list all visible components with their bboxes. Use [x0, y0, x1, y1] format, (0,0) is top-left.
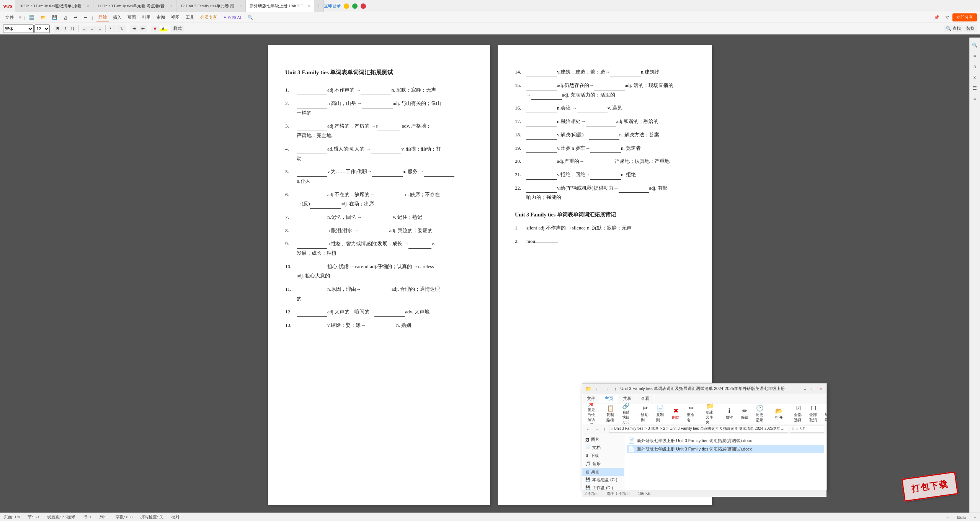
font-family-select[interactable]: 宋体: [3, 25, 34, 33]
fe-forward-btn[interactable]: →: [603, 386, 611, 392]
fe-history-btn[interactable]: 🕐 历史记录: [753, 403, 767, 424]
fe-addr-forward-btn[interactable]: →: [593, 426, 601, 432]
tab-4-close[interactable]: ×: [308, 4, 310, 8]
fe-sidebar-downloads[interactable]: ⬇ 下载: [582, 452, 624, 460]
replace-btn[interactable]: 替换: [964, 25, 977, 32]
indent-btn[interactable]: ⇥: [130, 25, 138, 32]
fe-minimize-btn[interactable]: –: [802, 386, 808, 392]
tab-references[interactable]: 引用: [140, 14, 153, 21]
right-sidebar-icon-1[interactable]: 🔍: [971, 41, 979, 49]
minimize-button[interactable]: [344, 3, 349, 9]
right-sidebar-icon-6[interactable]: ≡: [971, 95, 979, 103]
stamp-label[interactable]: 打包下载: [902, 471, 959, 501]
fe-search-input[interactable]: [790, 426, 824, 433]
pin-icon[interactable]: 📌: [932, 14, 942, 21]
file-item-2[interactable]: 📄 新外研版七年级上册 Unit 3 Family ties 词汇拓展(普测试)…: [627, 445, 824, 453]
tab-insert[interactable]: 插入: [111, 14, 124, 21]
new-tab-btn[interactable]: +: [314, 0, 324, 12]
tab-view[interactable]: 视图: [169, 14, 182, 21]
numbered-list-btn[interactable]: ⒈: [117, 25, 126, 32]
right-sidebar-icon-5[interactable]: ☰: [971, 84, 979, 92]
fe-tab-view[interactable]: 查看: [636, 395, 654, 403]
fe-maximize-btn[interactable]: □: [810, 386, 816, 392]
tab-review[interactable]: 审阅: [154, 14, 167, 21]
underline-btn[interactable]: U: [69, 26, 77, 32]
fe-tab-home[interactable]: 主页: [600, 395, 618, 403]
font-size-select[interactable]: 12: [34, 25, 50, 33]
bullet-list-btn[interactable]: ≔: [108, 25, 116, 32]
sep6: [169, 25, 169, 32]
fe-move-btn[interactable]: ✂ 移动到: [638, 403, 652, 424]
fe-tab-share[interactable]: 共享: [618, 395, 636, 403]
toolbar-redo[interactable]: ↪: [81, 14, 89, 21]
statusbar-zoom-out[interactable]: –: [947, 515, 949, 519]
fe-address-input[interactable]: « Unit 3 Family ties > 3-试卷 > 2 > Unit 3…: [609, 426, 789, 433]
fe-delete-btn[interactable]: ✖ 删除: [669, 406, 683, 421]
fe-sidebar-c-drive[interactable]: 💾 本地磁盘 (C:): [582, 476, 624, 484]
right-sidebar-icon-4[interactable]: Z: [971, 74, 979, 81]
fe-invertsel-btn[interactable]: ↔ 反向选择: [822, 403, 826, 424]
fe-paste-shortcut-btn[interactable]: 🔗 粘贴快捷方式: [619, 403, 633, 424]
bold-btn[interactable]: B: [54, 26, 62, 32]
tab-1[interactable]: 10.Unit 3 Family ties速记清单(原卷... ×: [15, 0, 93, 12]
search-icon[interactable]: 🔍: [245, 14, 255, 21]
fe-sidebar-music[interactable]: 🎵 音乐: [582, 460, 624, 468]
tab-3[interactable]: 12.Unit 3 Family ties单元卷·滚... ×: [176, 0, 246, 12]
share-button[interactable]: 立即分享: [952, 13, 977, 21]
statusbar-zoom-in[interactable]: +: [974, 515, 976, 519]
toolbar-new[interactable]: 🆕: [27, 14, 37, 21]
fe-deselectall-btn[interactable]: ☐ 全部取消: [807, 403, 820, 424]
fe-up-btn[interactable]: ↑: [613, 386, 618, 392]
fe-open-btn[interactable]: 📂 打开: [772, 406, 786, 421]
fe-newfolder-btn[interactable]: 📁 新建文件夹: [703, 403, 717, 424]
highlight-btn[interactable]: A: [160, 26, 167, 32]
collapse-icon[interactable]: ▽: [943, 14, 951, 21]
styles-btn[interactable]: 样式: [171, 25, 184, 32]
fe-sidebar-pictures[interactable]: 🖼 图片: [582, 436, 624, 444]
fe-properties-btn[interactable]: ℹ 属性: [722, 406, 736, 421]
right-sidebar-icon-2[interactable]: ≡: [971, 52, 979, 60]
toolbar-save[interactable]: 💾: [50, 14, 60, 21]
toolbar-print[interactable]: 🖨: [61, 15, 70, 21]
tab-vip[interactable]: 会员专享: [198, 14, 219, 21]
tab-home[interactable]: 开始: [96, 13, 109, 21]
outdent-btn[interactable]: ⇤: [139, 25, 147, 32]
align-right-btn[interactable]: ≡: [96, 26, 103, 32]
toolbar-undo[interactable]: ↩: [72, 14, 80, 21]
toolbar-open[interactable]: 📂: [38, 14, 48, 21]
fe-back-btn[interactable]: ←: [594, 386, 601, 392]
fe-selectall-btn[interactable]: ☑ 全部选择: [791, 403, 805, 424]
fe-close-btn[interactable]: ×: [818, 386, 823, 392]
align-left-btn[interactable]: ≡: [81, 26, 88, 32]
fe-copy-path-btn[interactable]: 📋 复制路径: [604, 403, 617, 424]
fe-copy-btn[interactable]: 📄 复制到: [653, 403, 667, 424]
fe-addr-up-btn[interactable]: ↑: [602, 426, 608, 432]
fe-sidebar-d-drive[interactable]: 💾 工作盘 (D:): [582, 484, 624, 490]
tab-2-close[interactable]: ×: [170, 4, 173, 8]
tab-4[interactable]: 新外研版七年级上册 Unit 3 F... ×: [246, 0, 314, 12]
tab-page[interactable]: 页面: [125, 14, 138, 21]
fe-sidebar-desktop[interactable]: 🖥 桌面: [582, 468, 624, 476]
fe-pin-btn[interactable]: 📌 固定到快速访问: [585, 403, 598, 424]
maximize-button[interactable]: [352, 3, 358, 9]
close-button[interactable]: [361, 3, 366, 9]
fe-edit-btn[interactable]: ✏ 编辑: [738, 406, 751, 421]
wps-ai-btn[interactable]: ✦ WPS AI: [221, 14, 244, 21]
tab-1-close[interactable]: ×: [87, 4, 89, 8]
login-button[interactable]: 立即登录: [324, 3, 341, 9]
find-btn[interactable]: 🔍 查找: [944, 25, 963, 32]
tab-2[interactable]: 11.Unit 3 Family ties单元卷·考点卷(普... ×: [93, 0, 176, 12]
fe-addr-back-btn[interactable]: ←: [585, 426, 592, 432]
download-stamp[interactable]: 打包下载: [903, 475, 957, 498]
tab-3-close[interactable]: ×: [240, 4, 242, 8]
fe-rename-btn[interactable]: ✏ 重命名: [684, 403, 698, 424]
fe-tab-file[interactable]: 文件: [582, 395, 600, 403]
fe-sidebar-documents[interactable]: 📄 文档: [582, 444, 624, 452]
right-sidebar-icon-3[interactable]: A: [971, 63, 979, 70]
tab-tools[interactable]: 工具: [183, 14, 196, 21]
align-center-btn[interactable]: ≡: [88, 26, 95, 32]
text-color-btn[interactable]: A: [151, 26, 158, 32]
toolbar-file[interactable]: 文件: [3, 14, 16, 21]
file-item-1[interactable]: 📄 新外研版七年级上册 Unit 3 Family ties 词汇拓展(背测试)…: [627, 436, 824, 445]
italic-btn[interactable]: I: [62, 26, 68, 32]
